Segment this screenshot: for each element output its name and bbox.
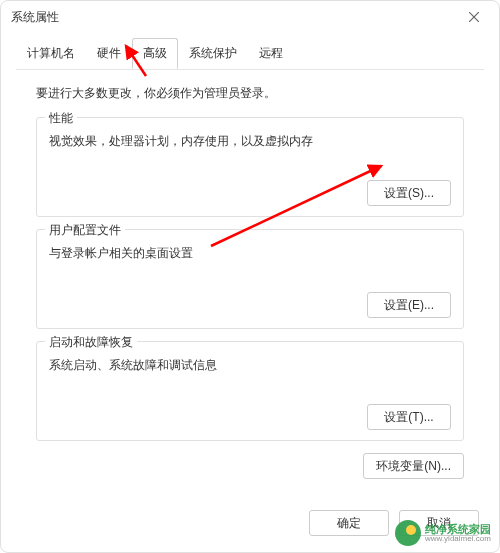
system-properties-dialog: 系统属性 计算机名 硬件 高级 系统保护 远程 要进行大多数更改，你必须作为管理… <box>0 0 500 553</box>
tab-computer-name[interactable]: 计算机名 <box>16 38 86 68</box>
startup-settings-button[interactable]: 设置(T)... <box>367 404 451 430</box>
window-title: 系统属性 <box>11 9 59 26</box>
performance-title: 性能 <box>45 110 77 127</box>
tab-advanced[interactable]: 高级 <box>132 38 178 69</box>
dialog-footer: 确定 取消 <box>1 498 499 552</box>
tab-content-advanced: 要进行大多数更改，你必须作为管理员登录。 性能 视觉效果，处理器计划，内存使用，… <box>16 69 484 498</box>
user-profile-desc: 与登录帐户相关的桌面设置 <box>49 245 451 262</box>
user-profile-group: 用户配置文件 与登录帐户相关的桌面设置 设置(E)... <box>36 229 464 329</box>
startup-desc: 系统启动、系统故障和调试信息 <box>49 357 451 374</box>
user-profile-title: 用户配置文件 <box>45 222 125 239</box>
cancel-button[interactable]: 取消 <box>399 510 479 536</box>
close-icon <box>469 12 479 22</box>
titlebar: 系统属性 <box>1 1 499 33</box>
ok-button[interactable]: 确定 <box>309 510 389 536</box>
performance-settings-button[interactable]: 设置(S)... <box>367 180 451 206</box>
admin-notice: 要进行大多数更改，你必须作为管理员登录。 <box>36 85 464 102</box>
tab-system-protection[interactable]: 系统保护 <box>178 38 248 68</box>
user-profile-settings-button[interactable]: 设置(E)... <box>367 292 451 318</box>
environment-variables-button[interactable]: 环境变量(N)... <box>363 453 464 479</box>
tab-hardware[interactable]: 硬件 <box>86 38 132 68</box>
startup-title: 启动和故障恢复 <box>45 334 137 351</box>
close-button[interactable] <box>459 2 489 32</box>
startup-recovery-group: 启动和故障恢复 系统启动、系统故障和调试信息 设置(T)... <box>36 341 464 441</box>
tab-remote[interactable]: 远程 <box>248 38 294 68</box>
performance-desc: 视觉效果，处理器计划，内存使用，以及虚拟内存 <box>49 133 451 150</box>
tab-bar: 计算机名 硬件 高级 系统保护 远程 <box>1 33 499 69</box>
performance-group: 性能 视觉效果，处理器计划，内存使用，以及虚拟内存 设置(S)... <box>36 117 464 217</box>
